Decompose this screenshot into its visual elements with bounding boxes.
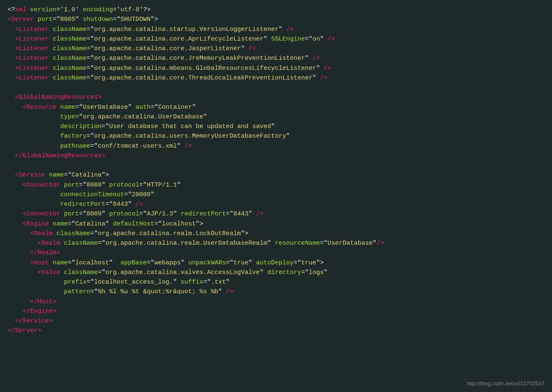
line-listener6: <Listener className="org.apache.catalina… [8, 73, 544, 83]
line-blank1 [8, 83, 544, 92]
line-connector2: <Connector port="8009" protocol="AJP/1.3… [8, 209, 544, 219]
line-listener5: <Listener className="org.apache.catalina… [8, 64, 544, 73]
line-server-close: </Server> [8, 326, 544, 336]
line-host-open: <Host name="localhost" appBase="webapps"… [8, 258, 544, 268]
line-gnr-open: <GlobalNamingResources> [8, 92, 544, 102]
line-xml-decl: <?xml version='1.0' encoding='utf-8'?> [8, 5, 544, 15]
line-resource-type: type="org.apache.catalina.UserDatabase" [8, 112, 544, 122]
line-gnr-close: </GlobalNamingResources> [8, 151, 544, 161]
line-valve-open: <Valve className="org.apache.catalina.va… [8, 268, 544, 277]
line-connector1-timeout: connectionTimeout="20000" [8, 190, 544, 200]
line-engine-open: <Engine name="Catalina" defaultHost="loc… [8, 219, 544, 229]
line-blank2 [8, 161, 544, 170]
line-resource-factory: factory="org.apache.catalina.users.Memor… [8, 131, 544, 141]
line-resource-desc: description="User database that can be u… [8, 122, 544, 131]
line-realm2: <Realm className="org.apache.catalina.re… [8, 238, 544, 248]
line-resource-open: <Resource name="UserDatabase" auth="Cont… [8, 102, 544, 112]
watermark: http://blog.csdn.net/u012702547 [467, 379, 544, 388]
code-editor: <?xml version='1.0' encoding='utf-8'?> <… [0, 0, 552, 392]
line-service-close: </Service> [8, 316, 544, 326]
line-listener2: <Listener className="org.apache.catalina… [8, 34, 544, 44]
line-server-open: <Server port="8005" shutdown="SHUTDOWN"> [8, 15, 544, 24]
line-valve-pattern: pattern="%h %l %u %t &quot;%r&quot; %s %… [8, 287, 544, 297]
line-realm-close: </Realm> [8, 248, 544, 258]
line-realm1-open: <Realm className="org.apache.catalina.re… [8, 229, 544, 238]
line-connector1-redirect: redirectPort="8443" /> [8, 200, 544, 209]
line-valve-prefix: prefix="localhost_access_log." suffix=".… [8, 277, 544, 287]
line-engine-close: </Engine> [8, 307, 544, 316]
line-connector1-open: <Connector port="8080" protocol="HTTP/1.… [8, 180, 544, 190]
line-listener3: <Listener className="org.apache.catalina… [8, 44, 544, 54]
line-listener4: <Listener className="org.apache.catalina… [8, 54, 544, 63]
line-resource-pathname: pathname="conf/tomcat-users.xml" /> [8, 141, 544, 151]
line-host-close: </Host> [8, 297, 544, 307]
line-listener1: <Listener className="org.apache.catalina… [8, 25, 544, 34]
line-service-open: <Service name="Catalina"> [8, 170, 544, 180]
